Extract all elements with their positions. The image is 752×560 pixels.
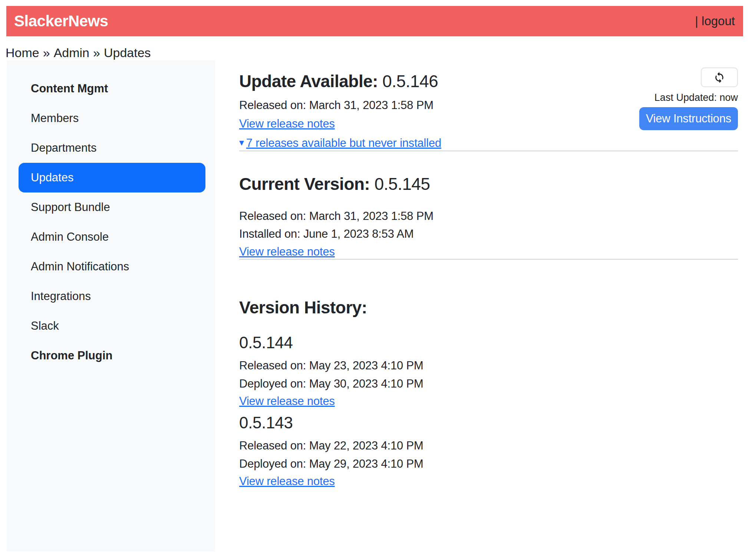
sidebar-item-chrome-plugin[interactable]: Chrome Plugin bbox=[19, 341, 205, 370]
releases-toggle-label: 7 releases available but never installed bbox=[246, 136, 441, 149]
view-release-notes-link[interactable]: View release notes bbox=[239, 117, 335, 131]
view-release-notes-link[interactable]: View release notes bbox=[239, 394, 335, 408]
history-deployed-on: Deployed on: May 30, 2023 4:10 PM bbox=[239, 377, 738, 391]
updates-page-content: Update Available: 0.5.146 Released on: M… bbox=[239, 60, 738, 488]
view-instructions-button[interactable]: View Instructions bbox=[639, 107, 738, 130]
refresh-button[interactable] bbox=[701, 67, 738, 87]
top-navbar: SlackerNews | logout bbox=[6, 6, 743, 36]
history-deployed-on: Deployed on: May 29, 2023 4:10 PM bbox=[239, 457, 738, 471]
history-released-on: Released on: May 22, 2023 4:10 PM bbox=[239, 439, 738, 453]
sidebar-item-admin-notifications[interactable]: Admin Notifications bbox=[19, 252, 205, 281]
current-version-number: 0.5.145 bbox=[375, 174, 430, 194]
update-available-label: Update Available: bbox=[239, 72, 378, 91]
update-controls: Last Updated: now View Instructions bbox=[639, 60, 738, 130]
releases-toggle-row: ▾7 releases available but never installe… bbox=[239, 136, 441, 151]
refresh-icon bbox=[713, 72, 725, 83]
history-release-notes-row: View release notes bbox=[239, 394, 738, 408]
current-version-heading: Current Version: 0.5.145 bbox=[239, 174, 738, 194]
section-divider bbox=[239, 151, 738, 151]
view-release-notes-link[interactable]: View release notes bbox=[239, 474, 335, 488]
caret-down-icon: ▾ bbox=[239, 135, 244, 149]
view-release-notes-link[interactable]: View release notes bbox=[239, 245, 335, 259]
logout-link[interactable]: | logout bbox=[695, 14, 735, 28]
update-available-heading: Update Available: 0.5.146 bbox=[239, 72, 441, 91]
update-available-info: Update Available: 0.5.146 Released on: M… bbox=[239, 60, 441, 151]
breadcrumb-home[interactable]: Home bbox=[6, 46, 39, 60]
sidebar-item-admin-console[interactable]: Admin Console bbox=[19, 222, 205, 252]
version-history-heading: Version History: bbox=[239, 298, 738, 317]
last-updated-text: Last Updated: now bbox=[654, 93, 738, 103]
sidebar-item-content-mgmt[interactable]: Content Mgmt bbox=[19, 74, 205, 103]
history-release-notes-row: View release notes bbox=[239, 474, 738, 488]
sidebar-item-departments[interactable]: Departments bbox=[19, 133, 205, 163]
current-release-notes-row: View release notes bbox=[239, 245, 738, 259]
current-version-section: Current Version: 0.5.145 Released on: Ma… bbox=[239, 174, 738, 259]
version-history-entry: 0.5.144 Released on: May 23, 2023 4:10 P… bbox=[239, 333, 738, 408]
update-released-on: Released on: March 31, 2023 1:58 PM bbox=[239, 98, 441, 112]
breadcrumb: Home»Admin»Updates bbox=[6, 45, 151, 60]
breadcrumb-admin[interactable]: Admin bbox=[54, 46, 89, 60]
breadcrumb-updates: Updates bbox=[104, 46, 151, 60]
breadcrumb-separator: » bbox=[93, 46, 100, 60]
history-version-number: 0.5.144 bbox=[239, 333, 738, 352]
history-version-number: 0.5.143 bbox=[239, 414, 738, 432]
history-released-on: Released on: May 23, 2023 4:10 PM bbox=[239, 359, 738, 373]
version-history-section: Version History: 0.5.144 Released on: Ma… bbox=[239, 298, 738, 488]
current-version-label: Current Version: bbox=[239, 174, 370, 194]
brand-logo: SlackerNews bbox=[14, 12, 108, 30]
update-release-notes-row: View release notes bbox=[239, 117, 441, 131]
version-history-entry: 0.5.143 Released on: May 22, 2023 4:10 P… bbox=[239, 414, 738, 488]
update-available-version: 0.5.146 bbox=[382, 72, 438, 91]
current-released-on: Released on: March 31, 2023 1:58 PM bbox=[239, 209, 738, 223]
update-available-section: Update Available: 0.5.146 Released on: M… bbox=[239, 60, 738, 151]
sidebar-item-support-bundle[interactable]: Support Bundle bbox=[19, 192, 205, 222]
sidebar-item-updates[interactable]: Updates bbox=[19, 163, 205, 192]
breadcrumb-separator: » bbox=[43, 46, 50, 60]
releases-toggle-link[interactable]: ▾7 releases available but never installe… bbox=[239, 136, 441, 151]
sidebar-item-members[interactable]: Members bbox=[19, 103, 205, 133]
sidebar-item-slack[interactable]: Slack bbox=[19, 311, 205, 341]
sidebar-item-integrations[interactable]: Integrations bbox=[19, 281, 205, 311]
section-divider bbox=[239, 259, 738, 260]
admin-sidebar: Content Mgmt Members Departments Updates… bbox=[7, 60, 215, 551]
current-installed-on: Installed on: June 1, 2023 8:53 AM bbox=[239, 227, 738, 241]
sidebar-menu: Content Mgmt Members Departments Updates… bbox=[19, 74, 205, 370]
